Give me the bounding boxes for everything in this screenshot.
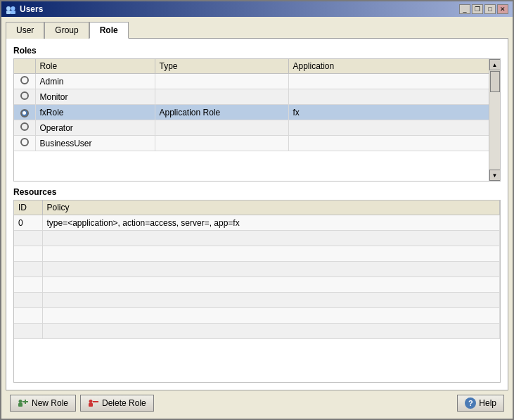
scrollbar-down-button[interactable]: ▼ <box>489 170 501 181</box>
add-users-icon <box>18 397 29 409</box>
roles-cell-app-3 <box>288 120 500 136</box>
content-area: User Group Role Roles Role Type Appl <box>1 17 513 419</box>
roles-cell-role-3: Operator <box>35 120 155 136</box>
resources-cell-policy-6 <box>42 308 500 324</box>
title-buttons: _ ❐ □ ✕ <box>459 4 508 14</box>
title-bar: Users _ ❐ □ ✕ <box>1 1 513 17</box>
roles-header-row: Role Type Application <box>14 59 500 74</box>
tab-role[interactable]: Role <box>89 22 129 39</box>
roles-radio-4[interactable] <box>14 136 35 151</box>
resources-cell-policy-1 <box>42 231 500 246</box>
roles-col-radio <box>14 59 35 74</box>
main-window: Users _ ❐ □ ✕ User Group Role Roles <box>0 0 514 420</box>
table-row[interactable]: 0 type=<application>, action=access, ser… <box>14 215 500 231</box>
table-row[interactable] <box>14 277 500 293</box>
radio-icon[interactable] <box>20 91 29 100</box>
tab-bar: User Group Role <box>6 21 508 38</box>
radio-icon[interactable] <box>20 109 29 117</box>
table-row[interactable] <box>14 231 500 246</box>
table-row[interactable] <box>14 262 500 277</box>
roles-table-container: Role Type Application Admin <box>13 58 501 182</box>
help-icon: ? <box>465 397 476 409</box>
resources-cell-policy-5 <box>42 293 500 308</box>
table-row[interactable]: fxRole Application Role fx <box>14 105 500 120</box>
delete-role-button[interactable]: Delete Role <box>80 395 154 412</box>
roles-table: Role Type Application Admin <box>14 59 500 151</box>
resources-cell-id-6 <box>14 308 42 324</box>
resources-cell-policy-4 <box>42 277 500 293</box>
table-row[interactable] <box>14 246 500 262</box>
resources-cell-id-7 <box>14 324 42 339</box>
resources-label: Resources <box>13 187 501 197</box>
scrollbar-thumb[interactable] <box>490 71 500 92</box>
new-role-label: New Role <box>32 398 68 408</box>
delete-users-icon <box>88 397 99 409</box>
footer: New Role Delete Role ? Help <box>6 390 508 414</box>
restore-button[interactable]: ❐ <box>472 4 483 14</box>
svg-rect-2 <box>11 11 15 14</box>
resources-tbody: 0 type=<application>, action=access, ser… <box>14 215 500 339</box>
resources-header-row: ID Policy <box>14 201 500 215</box>
roles-scrollbar[interactable]: ▲ ▼ <box>489 59 500 181</box>
roles-col-role: Role <box>35 59 155 74</box>
resources-cell-policy-3 <box>42 262 500 277</box>
roles-col-application: Application <box>288 59 500 74</box>
resources-col-policy: Policy <box>42 201 500 215</box>
roles-cell-app-1 <box>288 89 500 105</box>
roles-radio-0[interactable] <box>14 74 35 89</box>
resources-cell-policy-2 <box>42 246 500 262</box>
svg-rect-8 <box>89 403 93 407</box>
roles-radio-3[interactable] <box>14 120 35 136</box>
window-title: Users <box>20 4 43 14</box>
resources-section: Resources ID Policy 0 type=<appl <box>13 187 501 383</box>
tab-user[interactable]: User <box>6 22 44 39</box>
radio-icon[interactable] <box>20 76 29 84</box>
table-row[interactable]: Monitor <box>14 89 500 105</box>
roles-radio-2[interactable] <box>14 105 35 120</box>
scrollbar-track[interactable] <box>489 70 501 170</box>
resources-table-container: ID Policy 0 type=<application>, action=a… <box>13 200 501 383</box>
close-button[interactable]: ✕ <box>497 4 508 14</box>
radio-icon[interactable] <box>20 122 29 131</box>
svg-point-1 <box>6 6 11 11</box>
table-row[interactable] <box>14 293 500 308</box>
resources-cell-id-5 <box>14 293 42 308</box>
svg-rect-4 <box>18 403 23 407</box>
svg-rect-7 <box>23 401 28 402</box>
roles-cell-role-1: Monitor <box>35 89 155 105</box>
table-row[interactable] <box>14 324 500 339</box>
roles-cell-type-0 <box>155 74 288 89</box>
svg-point-3 <box>11 6 15 11</box>
svg-rect-0 <box>6 11 11 14</box>
roles-cell-role-4: BusinessUser <box>35 136 155 151</box>
resources-cell-id-0: 0 <box>14 215 42 231</box>
title-bar-left: Users <box>6 4 43 15</box>
resources-cell-id-1 <box>14 231 42 246</box>
roles-radio-1[interactable] <box>14 89 35 105</box>
new-role-icon <box>18 397 29 409</box>
table-row[interactable] <box>14 308 500 324</box>
table-row[interactable]: BusinessUser <box>14 136 500 151</box>
roles-cell-app-4 <box>288 136 500 151</box>
roles-label: Roles <box>13 46 501 56</box>
roles-cell-type-2: Application Role <box>155 105 288 120</box>
roles-cell-app-0 <box>288 74 500 89</box>
footer-left: New Role Delete Role <box>10 395 154 412</box>
delete-role-label: Delete Role <box>102 398 146 408</box>
roles-col-type: Type <box>155 59 288 74</box>
resources-cell-policy-0: type=<application>, action=access, serve… <box>42 215 500 231</box>
svg-point-9 <box>89 400 93 403</box>
tab-content-role: Roles Role Type Application <box>6 38 508 390</box>
radio-icon[interactable] <box>20 138 29 146</box>
help-button[interactable]: ? Help <box>457 395 504 412</box>
tab-group[interactable]: Group <box>44 22 89 39</box>
minimize-button[interactable]: _ <box>459 4 470 14</box>
scrollbar-up-button[interactable]: ▲ <box>489 59 501 70</box>
roles-cell-type-3 <box>155 120 288 136</box>
resources-table: ID Policy 0 type=<application>, action=a… <box>14 201 500 339</box>
table-row[interactable]: Admin <box>14 74 500 89</box>
maximize-button[interactable]: □ <box>484 4 496 14</box>
resources-cell-id-2 <box>14 246 42 262</box>
table-row[interactable]: Operator <box>14 120 500 136</box>
new-role-button[interactable]: New Role <box>10 395 76 412</box>
